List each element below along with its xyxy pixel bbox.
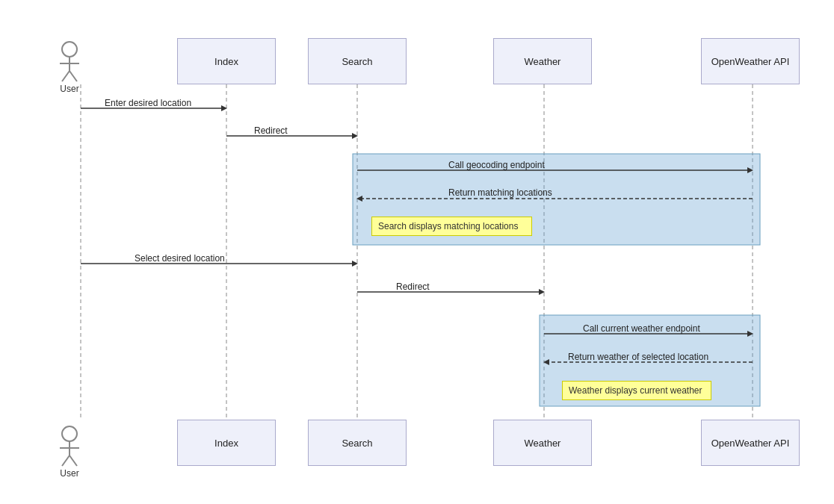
svg-marker-20 — [747, 331, 753, 337]
lifeline-box-weather-bottom: Weather — [493, 420, 592, 466]
svg-point-23 — [62, 42, 77, 57]
lifeline-box-search-top: Search — [308, 38, 407, 84]
svg-line-32 — [70, 455, 77, 466]
note-search-displays: Search displays matching locations — [371, 217, 532, 236]
actor-user-top: User — [56, 41, 83, 94]
msg-redirect-2: Redirect — [396, 281, 430, 292]
lifeline-index-top-label: Index — [214, 56, 238, 67]
actor-user-bottom: User — [56, 426, 83, 479]
lifeline-openweather-top-label: OpenWeather API — [711, 56, 790, 67]
svg-marker-22 — [543, 359, 549, 365]
lifeline-openweather-bottom-label: OpenWeather API — [711, 438, 790, 449]
msg-redirect-1: Redirect — [254, 125, 288, 136]
lifeline-search-bottom-label: Search — [342, 438, 372, 449]
msg-enter-location: Enter desired location — [105, 98, 191, 108]
lifeline-box-openweather-bottom: OpenWeather API — [701, 420, 800, 466]
svg-marker-10 — [352, 133, 358, 139]
msg-select-location: Select desired location — [135, 253, 225, 264]
svg-marker-14 — [356, 196, 362, 202]
actor-user-top-label: User — [60, 84, 78, 94]
lifeline-weather-top-label: Weather — [525, 56, 561, 67]
svg-marker-8 — [221, 105, 227, 111]
svg-point-28 — [62, 426, 77, 441]
lifeline-box-weather-top: Weather — [493, 38, 592, 84]
msg-return-locations: Return matching locations — [448, 187, 552, 198]
svg-marker-12 — [747, 167, 753, 173]
lifeline-index-bottom-label: Index — [214, 438, 238, 449]
note-weather-displays: Weather displays current weather — [562, 381, 711, 400]
lifeline-box-openweather-top: OpenWeather API — [701, 38, 800, 84]
lifeline-box-search-bottom: Search — [308, 420, 407, 466]
msg-call-weather: Call current weather endpoint — [583, 323, 700, 334]
msg-return-weather: Return weather of selected location — [568, 352, 708, 362]
msg-call-geocoding: Call geocoding endpoint — [448, 160, 545, 170]
svg-line-27 — [70, 71, 77, 81]
svg-marker-16 — [352, 261, 358, 267]
svg-line-26 — [62, 71, 70, 81]
lifeline-box-index-bottom: Index — [177, 420, 276, 466]
svg-marker-18 — [539, 289, 545, 295]
lifeline-search-top-label: Search — [342, 56, 372, 67]
svg-line-31 — [62, 455, 70, 466]
diagram-container: User User Index Search Weather OpenWeath… — [0, 0, 834, 504]
lifeline-weather-bottom-label: Weather — [525, 438, 561, 449]
lifeline-box-index-top: Index — [177, 38, 276, 84]
actor-user-bottom-label: User — [60, 468, 78, 479]
